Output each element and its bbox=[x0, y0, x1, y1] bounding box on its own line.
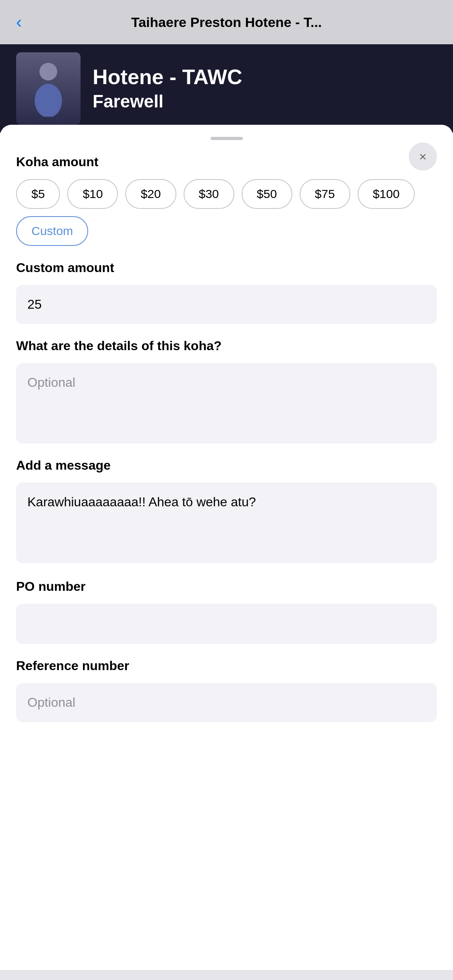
back-chevron-icon: ‹ bbox=[16, 14, 22, 31]
amount-chip-30[interactable]: $30 bbox=[184, 179, 234, 209]
details-label: What are the details of this koha? bbox=[16, 338, 437, 353]
custom-amount-input[interactable] bbox=[16, 285, 437, 324]
sheet-handle bbox=[211, 137, 243, 140]
nav-bar: ‹ Taihaere Preston Hotene - T... bbox=[0, 0, 453, 44]
close-button[interactable]: × bbox=[409, 142, 437, 171]
amount-chip-75[interactable]: $75 bbox=[300, 179, 350, 209]
amount-chip-custom[interactable]: Custom bbox=[16, 216, 88, 246]
svg-point-0 bbox=[39, 63, 57, 80]
nav-title: Taihaere Preston Hotene - T... bbox=[131, 14, 322, 30]
person-silhouette-icon bbox=[30, 60, 66, 117]
po-number-label: PO number bbox=[16, 579, 437, 594]
koha-amount-label: Koha amount bbox=[16, 155, 437, 169]
hero-subtitle: Farewell bbox=[93, 91, 437, 111]
hero-banner: Hotene - TAWC Farewell bbox=[0, 44, 453, 133]
svg-rect-2 bbox=[37, 89, 59, 109]
reference-number-input[interactable] bbox=[16, 683, 437, 722]
reference-number-label: Reference number bbox=[16, 658, 437, 673]
hero-text: Hotene - TAWC Farewell bbox=[93, 66, 437, 111]
avatar bbox=[16, 52, 81, 125]
amount-chip-50[interactable]: $50 bbox=[242, 179, 292, 209]
amount-chip-20[interactable]: $20 bbox=[125, 179, 176, 209]
close-icon: × bbox=[419, 149, 427, 164]
hero-name: Hotene - TAWC bbox=[93, 66, 437, 89]
amount-chip-100[interactable]: $100 bbox=[358, 179, 415, 209]
po-number-input[interactable] bbox=[16, 604, 437, 644]
message-label: Add a message bbox=[16, 458, 437, 473]
amount-chip-10[interactable]: $10 bbox=[67, 179, 118, 209]
message-textarea[interactable]: Karawhiuaaaaaaaa!! Ahea tō wehe atu? bbox=[16, 483, 437, 563]
amount-chip-5[interactable]: $5 bbox=[16, 179, 60, 209]
amount-chips-container: $5 $10 $20 $30 $50 $75 $100 Custom bbox=[16, 179, 437, 246]
custom-amount-label: Custom amount bbox=[16, 260, 437, 275]
details-textarea[interactable] bbox=[16, 363, 437, 444]
avatar-image bbox=[16, 52, 81, 125]
back-button[interactable]: ‹ bbox=[16, 14, 22, 31]
bottom-sheet: × Koha amount $5 $10 $20 $30 $50 $75 $10… bbox=[0, 125, 453, 970]
